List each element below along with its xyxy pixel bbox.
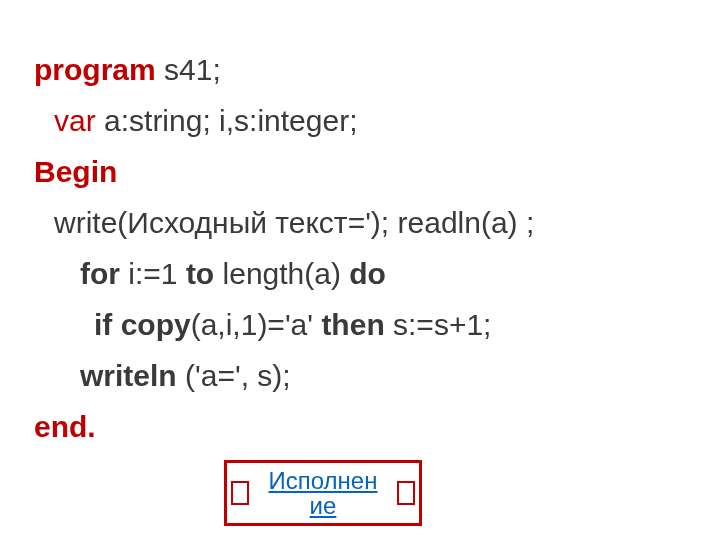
- kw-then: then: [321, 308, 384, 341]
- code-line-5: for i:=1 to length(a) do: [34, 248, 700, 299]
- code-text: ='); readln(a) ;: [348, 206, 535, 239]
- kw-begin: Begin: [34, 155, 117, 188]
- code-line-7: writeln ('а=', s);: [34, 350, 700, 401]
- code-text: length(a): [214, 257, 349, 290]
- kw-writeln: writeln: [80, 359, 177, 392]
- kw-to: to: [186, 257, 214, 290]
- code-line-6: if copy(a,i,1)='а' then s:=s+1;: [34, 299, 700, 350]
- code-text: write(: [54, 206, 127, 239]
- code-line-2: var a:string; i,s:integer;: [34, 95, 700, 146]
- kw-do: do: [349, 257, 386, 290]
- code-text: s41;: [156, 53, 221, 86]
- code-text: a:string; i,s:integer;: [96, 104, 358, 137]
- code-text: s:=s+1;: [385, 308, 492, 341]
- kw-program: program: [34, 53, 156, 86]
- code-text: (a,i,1)='а': [191, 308, 322, 341]
- code-line-1: program s41;: [34, 44, 700, 95]
- kw-end: end.: [34, 410, 96, 443]
- code-line-4: write(Исходный текст='); readln(a) ;: [34, 197, 700, 248]
- code-block: program s41; var a:string; i,s:integer; …: [0, 0, 720, 472]
- execute-button-inner: Исполнение: [231, 468, 415, 518]
- kw-for: for: [80, 257, 120, 290]
- execute-button-label: Исполнение: [263, 468, 383, 518]
- code-line-8: end.: [34, 401, 700, 452]
- code-line-3: Begin: [34, 146, 700, 197]
- kw-var: var: [54, 104, 96, 137]
- execute-button[interactable]: Исполнение: [224, 460, 422, 526]
- code-text: i:=1: [120, 257, 186, 290]
- kw-if-copy: if copy: [94, 308, 191, 341]
- decor-square-right-icon: [397, 481, 415, 505]
- code-text: ('а=', s);: [177, 359, 291, 392]
- code-text: Исходный текст: [127, 206, 347, 239]
- decor-square-left-icon: [231, 481, 249, 505]
